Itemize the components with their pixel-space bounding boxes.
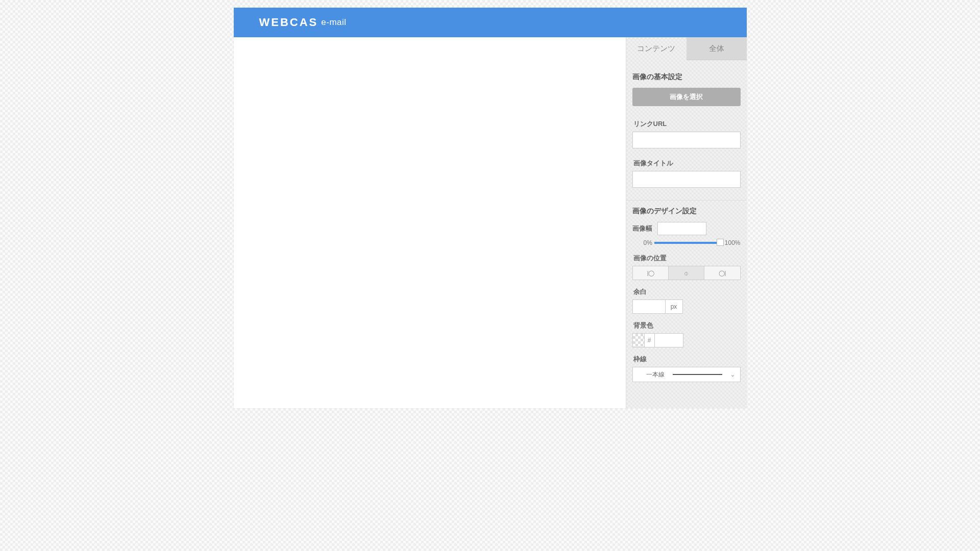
align-right-button[interactable]: ◯| [704, 266, 740, 280]
align-center-icon: ⦶ [684, 270, 688, 277]
image-width-input[interactable] [657, 222, 706, 235]
logo-main: WEBCAS [259, 16, 318, 29]
app-frame: WEBCAS e-mail コンテンツ 全体 画像の基本設定 画像を選択 リ [234, 8, 747, 408]
tab-all-label: 全体 [709, 44, 724, 54]
select-image-button[interactable]: 画像を選択 [632, 88, 741, 106]
app-body: コンテンツ 全体 画像の基本設定 画像を選択 リンクURL 画像タイトル 画像の… [234, 37, 747, 408]
align-center-button[interactable]: ⦶ [669, 266, 704, 280]
tabs: コンテンツ 全体 [626, 37, 747, 60]
link-url-label: リンクURL [633, 119, 741, 129]
image-title-label: 画像タイトル [633, 159, 741, 168]
page-outer: WEBCAS e-mail コンテンツ 全体 画像の基本設定 画像を選択 リ [0, 0, 980, 551]
divider [626, 200, 747, 201]
section-basic-title: 画像の基本設定 [632, 72, 741, 82]
side-panel: コンテンツ 全体 画像の基本設定 画像を選択 リンクURL 画像タイトル 画像の… [626, 37, 747, 408]
link-url-input[interactable] [632, 132, 741, 148]
align-left-button[interactable]: |◯ [633, 266, 669, 280]
chevron-down-icon: ⌄ [730, 371, 735, 378]
image-title-input[interactable] [632, 171, 741, 188]
section-design-title: 画像のデザイン設定 [632, 207, 741, 216]
border-select-value: 一本線 [646, 370, 665, 379]
bgcolor-hash: # [645, 333, 655, 347]
align-left-icon: |◯ [647, 270, 654, 277]
bgcolor-swatch[interactable] [632, 333, 645, 347]
image-width-row: 画像幅 [632, 222, 741, 235]
logo-sub: e-mail [321, 17, 346, 28]
border-label: 枠線 [633, 355, 741, 364]
border-line-sample-icon [673, 374, 722, 375]
align-group: |◯ ⦶ ◯| [632, 266, 741, 280]
app-header: WEBCAS e-mail [234, 8, 747, 37]
bgcolor-label: 背景色 [633, 321, 741, 330]
tab-all[interactable]: 全体 [687, 37, 747, 60]
bgcolor-row: # [632, 333, 741, 347]
slider-min-label: 0% [644, 239, 652, 246]
tab-contents[interactable]: コンテンツ [626, 37, 687, 60]
border-select[interactable]: 一本線 ⌄ [632, 367, 741, 382]
width-slider-row: 0% 100% [644, 239, 741, 246]
margin-row: px [632, 299, 741, 314]
width-slider-thumb[interactable] [717, 239, 724, 246]
align-right-icon: ◯| [719, 270, 725, 277]
canvas-area[interactable] [234, 37, 626, 408]
panel-content: 画像の基本設定 画像を選択 リンクURL 画像タイトル 画像のデザイン設定 画像… [626, 60, 747, 408]
margin-input[interactable] [632, 299, 666, 314]
slider-max-label: 100% [725, 239, 741, 246]
width-slider[interactable] [654, 242, 723, 244]
image-position-label: 画像の位置 [633, 254, 741, 263]
image-width-label: 画像幅 [632, 224, 652, 233]
margin-unit: px [666, 299, 683, 314]
bgcolor-input[interactable] [655, 333, 683, 347]
tab-contents-label: コンテンツ [637, 44, 675, 54]
margin-label: 余白 [633, 287, 741, 296]
